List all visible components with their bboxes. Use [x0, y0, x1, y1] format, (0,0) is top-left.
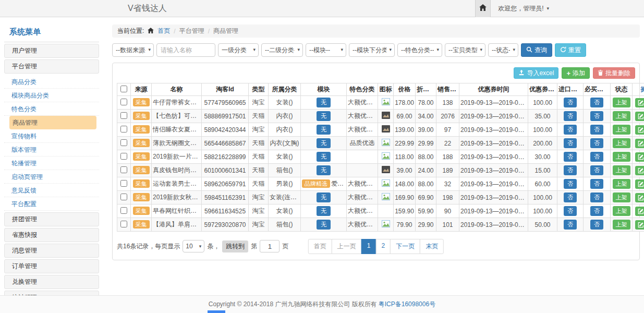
pager-first[interactable]: 首页	[308, 239, 332, 254]
import-optional-toggle[interactable]: 否	[564, 138, 577, 148]
sidebar-item-exchange-management[interactable]: 兑换管理	[4, 275, 99, 289]
row-checkbox[interactable]	[120, 166, 127, 173]
per-page-select[interactable]: 10	[183, 240, 204, 252]
must-buy-toggle[interactable]: 否	[590, 125, 603, 135]
edit-button[interactable]	[635, 207, 644, 216]
import-optional-toggle[interactable]: 否	[564, 111, 577, 121]
sidebar-subitem-splash-management[interactable]: 启动页管理	[4, 170, 99, 184]
item-type-select[interactable]: --宝贝类型--	[445, 43, 485, 57]
sidebar-item-platform-management[interactable]: 平台管理	[4, 59, 99, 74]
status-badge[interactable]: 上架	[613, 125, 630, 135]
sidebar-item-order-management[interactable]: 订单管理	[4, 259, 99, 273]
import-optional-toggle[interactable]: 否	[564, 165, 577, 175]
must-buy-toggle[interactable]: 否	[590, 192, 603, 202]
sidebar-subitem-feature-category[interactable]: 特色分类	[4, 102, 99, 116]
import-optional-toggle[interactable]: 否	[564, 179, 577, 189]
name-search-input[interactable]	[156, 43, 215, 57]
sidebar-subitem-carousel-management[interactable]: 轮播管理	[4, 156, 99, 170]
sidebar-item-groupbuy-management[interactable]: 拼团管理	[4, 212, 99, 226]
status-badge[interactable]: 上架	[613, 179, 630, 189]
row-checkbox[interactable]	[120, 207, 127, 214]
edit-button[interactable]	[635, 220, 644, 230]
edit-button[interactable]	[635, 112, 644, 121]
product-thumbnail-icon	[382, 113, 390, 121]
edit-button[interactable]	[635, 166, 644, 175]
status-badge[interactable]: 上架	[613, 192, 630, 202]
sidebar-subitem-goods-category[interactable]: 商品分类	[4, 75, 99, 89]
pager-page-1[interactable]: 1	[361, 239, 376, 254]
must-buy-toggle[interactable]: 否	[590, 138, 603, 148]
pager-next[interactable]: 下一页	[390, 239, 420, 254]
must-buy-toggle[interactable]: 否	[590, 98, 603, 107]
import-optional-toggle[interactable]: 否	[564, 192, 577, 202]
row-checkbox[interactable]	[120, 112, 127, 119]
status-badge[interactable]: 上架	[613, 152, 630, 162]
status-select[interactable]: --状态--	[488, 43, 518, 57]
category1-select[interactable]: 一级分类	[218, 43, 259, 57]
data-source-select[interactable]: --数据来源--	[112, 43, 154, 57]
sidebar-subitem-feedback[interactable]: 意见反馈	[4, 184, 99, 197]
user-menu[interactable]: 欢迎您，管理员! ▾	[491, 4, 556, 13]
search-button[interactable]: 查询	[521, 43, 552, 57]
import-optional-toggle[interactable]: 否	[564, 125, 577, 135]
row-checkbox[interactable]	[120, 153, 127, 160]
status-badge[interactable]: 上架	[613, 98, 630, 107]
must-buy-toggle[interactable]: 否	[590, 206, 603, 216]
row-checkbox[interactable]	[120, 99, 127, 105]
import-optional-toggle[interactable]: 否	[564, 152, 577, 162]
status-badge[interactable]: 上架	[613, 206, 630, 216]
row-checkbox[interactable]	[120, 139, 127, 146]
import-optional-toggle[interactable]: 否	[564, 220, 577, 230]
jump-button[interactable]: 跳转到	[222, 240, 248, 252]
pager-prev[interactable]: 上一页	[332, 239, 362, 254]
row-checkbox[interactable]	[120, 194, 127, 200]
must-buy-toggle[interactable]: 否	[590, 165, 603, 175]
sidebar-subitem-version-management[interactable]: 版本管理	[4, 143, 99, 156]
edit-button[interactable]	[635, 179, 644, 189]
jump-page-input[interactable]	[260, 240, 280, 252]
must-buy-toggle[interactable]: 否	[590, 220, 603, 230]
must-buy-toggle[interactable]: 否	[590, 179, 603, 189]
edit-button[interactable]	[635, 139, 644, 148]
breadcrumb-home-link[interactable]: 首页	[157, 27, 170, 35]
edit-button[interactable]	[635, 98, 644, 107]
category2-select[interactable]: --二级分类--	[261, 43, 303, 57]
row-checkbox[interactable]	[120, 126, 127, 133]
import-excel-button[interactable]: 导入excel	[514, 67, 558, 79]
select-all-checkbox[interactable]	[120, 86, 127, 92]
feature-category-select[interactable]: --特色分类--	[397, 43, 442, 57]
sidebar-subitem-module-goods-category[interactable]: 模块商品分类	[4, 89, 99, 102]
row-checkbox[interactable]	[120, 221, 127, 227]
pager-last[interactable]: 末页	[420, 239, 444, 254]
sidebar-item-message-management[interactable]: 消息管理	[4, 244, 99, 258]
status-badge[interactable]: 上架	[613, 138, 630, 148]
sidebar-subitem-goods-management[interactable]: 商品管理	[9, 116, 96, 129]
must-buy-toggle[interactable]: 否	[590, 111, 603, 121]
status-badge[interactable]: 上架	[613, 165, 630, 175]
icp-link[interactable]: 粤ICP备16098006号	[379, 300, 435, 309]
row-checkbox[interactable]	[120, 180, 127, 187]
edit-button[interactable]	[635, 125, 644, 135]
status-badge[interactable]: 上架	[613, 220, 630, 230]
sidebar-subitem-promo-materials[interactable]: 宣传物料	[4, 129, 99, 143]
col-taoke-id: 淘客Id	[202, 83, 249, 96]
import-optional-toggle[interactable]: 否	[564, 98, 577, 107]
module-sub-select[interactable]: --模块下分类--	[349, 43, 395, 57]
add-button[interactable]: + 添加	[562, 67, 590, 79]
edit-button[interactable]	[635, 152, 644, 162]
import-optional-toggle[interactable]: 否	[564, 206, 577, 216]
must-buy-toggle[interactable]: 否	[590, 152, 603, 162]
module-select[interactable]: --模块--	[306, 43, 346, 57]
horizontal-scrollbar-thumb[interactable]	[208, 310, 225, 313]
sidebar-item-user-management[interactable]: 用户管理	[4, 44, 99, 58]
home-button[interactable]	[475, 0, 491, 17]
reset-button[interactable]: 重置	[555, 43, 586, 57]
edit-button[interactable]	[635, 193, 644, 202]
pager-page-2[interactable]: 2	[376, 239, 391, 254]
col-discount-price: 折后价	[416, 83, 436, 96]
sidebar-subitem-platform-config[interactable]: 平台配置	[4, 197, 99, 211]
sidebar-item-savings-express[interactable]: 省惠快报	[4, 228, 99, 242]
status-badge[interactable]: 上架	[613, 111, 630, 121]
batch-delete-button[interactable]: 批量删除	[593, 67, 635, 79]
type-cell: 天猫	[249, 177, 269, 191]
